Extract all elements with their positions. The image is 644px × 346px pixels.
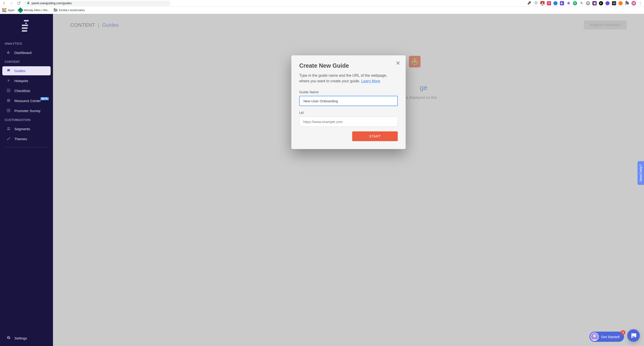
extensions-icon[interactable] (625, 1, 629, 6)
ext-purple-icon[interactable]: ▶ (560, 1, 564, 5)
bookmark-folder-emilia[interactable]: Emilia's bookmarks (54, 8, 85, 12)
back-button[interactable] (2, 1, 6, 5)
sidebar: ANALYTICS Dashboard CONTENT Guides Hotsp… (0, 14, 53, 346)
svg-rect-4 (22, 30, 28, 32)
svg-point-9 (8, 100, 9, 101)
sidebar-item-segments[interactable]: Segments (2, 124, 51, 133)
sidebar-item-dashboard[interactable]: Dashboard (2, 48, 51, 57)
star-icon[interactable] (534, 1, 538, 6)
beta-badge: BETA (40, 97, 49, 100)
ext-orange-icon[interactable] (618, 1, 623, 5)
ext-asterisk-icon[interactable]: ✳ (566, 1, 570, 5)
app-logo[interactable] (0, 20, 53, 33)
sidebar-item-hotspots[interactable]: Hotspots (2, 76, 51, 85)
diamond-icon (18, 7, 23, 13)
ext-violet-circle-icon[interactable] (606, 1, 610, 5)
gear-icon (6, 336, 11, 340)
ext-purple-square-icon[interactable]: ▦ (592, 1, 596, 5)
ext-feather-icon[interactable]: ✎ (580, 1, 584, 5)
ext-w-grey-icon[interactable]: W (586, 1, 590, 5)
toolbar-right: 22 U ▶ ✳ G ✎ W ▦ ▶ ▭ W ⋮ (527, 1, 642, 6)
close-icon[interactable] (396, 61, 400, 67)
modal-overlay[interactable]: Create New Guide Type in the guide name … (53, 14, 644, 346)
url-label: Url (299, 111, 398, 115)
sidebar-item-guides[interactable]: Guides (2, 66, 51, 75)
key-icon[interactable] (527, 1, 532, 6)
chrome-menu-icon[interactable]: ⋮ (638, 1, 642, 5)
address-bar[interactable]: panel.userguiding.com/guides (24, 1, 170, 6)
create-guide-modal: Create New Guide Type in the guide name … (291, 55, 406, 149)
bookmark-apps[interactable]: Apps (2, 8, 15, 12)
lock-icon (27, 2, 30, 5)
section-analytics: ANALYTICS (0, 40, 53, 48)
ext-u-icon[interactable]: U (547, 1, 551, 5)
modal-description: Type in the guide name and the URL of th… (299, 73, 398, 84)
target-icon (6, 79, 11, 83)
ext-news-icon[interactable]: ▭ (612, 1, 616, 5)
bookmarks-bar: Apps Woody Allen | Wo... Emilia's bookma… (0, 7, 644, 14)
avatar-icon (590, 332, 599, 341)
learn-more-link[interactable]: Learn More (361, 79, 380, 83)
sidebar-item-checklists[interactable]: Checklists (2, 86, 51, 95)
intercom-launcher[interactable] (627, 329, 640, 342)
folder-icon (54, 9, 58, 12)
forward-button[interactable] (9, 1, 14, 5)
lifebuoy-icon (6, 99, 11, 103)
users-icon (6, 127, 11, 131)
star-box-icon (6, 109, 11, 113)
brush-icon (6, 137, 11, 141)
chat-icon (6, 69, 11, 73)
guide-name-input[interactable] (299, 96, 398, 106)
guide-name-label: Guide Name (299, 90, 398, 94)
url-text: panel.userguiding.com/guides (32, 2, 72, 5)
bookmark-woody[interactable]: Woody Allen | Wo... (18, 8, 50, 12)
notification-badge: 3 (621, 330, 626, 335)
modal-title: Create New Guide (299, 62, 398, 69)
url-input[interactable] (299, 117, 398, 127)
sidebar-divider (5, 147, 48, 147)
browser-toolbar: panel.userguiding.com/guides 22 U ▶ ✳ G … (0, 0, 644, 7)
main-content: CONTENT | Guides PUBLISH CHANGES 🤩 ge e … (53, 14, 644, 346)
get-started-widget[interactable]: Get Started! 3 (590, 331, 624, 342)
sidebar-item-themes[interactable]: Themes (2, 134, 51, 143)
ext-lastpass-icon[interactable]: 22 (540, 1, 544, 5)
section-customization: CUSTOMIZATION (0, 116, 53, 124)
start-button[interactable]: START (352, 131, 398, 141)
svg-rect-3 (22, 28, 28, 29)
svg-point-8 (7, 99, 10, 102)
sidebar-item-settings[interactable]: Settings (2, 334, 51, 343)
bar-chart-icon (6, 51, 11, 55)
need-help-tab[interactable]: Need Help? (638, 161, 644, 185)
check-square-icon (6, 89, 11, 93)
profile-avatar[interactable]: W (632, 1, 636, 6)
ext-play-icon[interactable]: ▶ (599, 1, 603, 5)
sidebar-item-promoter-survey[interactable]: Promoter Survey (2, 106, 51, 115)
section-content: CONTENT (0, 58, 53, 66)
svg-rect-0 (24, 20, 29, 22)
sidebar-item-resource-center[interactable]: Resource Center BETA (2, 96, 51, 105)
svg-point-5 (8, 80, 9, 81)
ext-blue-circle-icon[interactable] (554, 1, 558, 5)
ext-grammarly-icon[interactable]: G (573, 1, 577, 5)
reload-button[interactable] (17, 1, 21, 5)
svg-rect-2 (22, 25, 28, 26)
svg-point-1 (25, 23, 27, 24)
apps-icon (2, 8, 6, 12)
svg-rect-7 (7, 89, 10, 92)
